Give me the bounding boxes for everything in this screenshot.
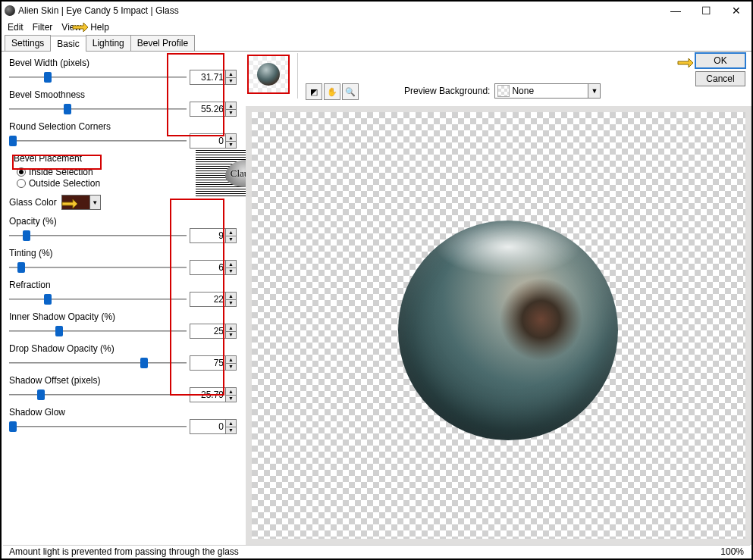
shadow-glow-input[interactable]: [190, 419, 226, 434]
radio-outside-label: Outside Selection: [29, 178, 100, 189]
thumbnail-icon: [257, 63, 280, 86]
minimize-button[interactable]: —: [660, 2, 691, 19]
tinting-input[interactable]: [190, 260, 226, 275]
glass-color-label: Glass Color: [9, 197, 57, 208]
shadow-glow-slider[interactable]: [9, 420, 187, 433]
shadow-glow-label: Shadow Glow: [9, 407, 237, 418]
zoom-level: 100%: [720, 546, 744, 557]
pointer-icon: [71, 18, 89, 33]
opacity-spinner[interactable]: ▲▼: [226, 228, 237, 243]
bevel-smoothness-input[interactable]: [190, 102, 226, 117]
hand-tool-icon[interactable]: ✋: [324, 83, 340, 100]
opacity-input[interactable]: [190, 228, 226, 243]
titlebar: Alien Skin | Eye Candy 5 Impact | Glass …: [2, 2, 751, 20]
window-title: Alien Skin | Eye Candy 5 Impact | Glass: [18, 5, 660, 16]
maximize-button[interactable]: ☐: [691, 2, 721, 19]
shadow-offset-label: Shadow Offset (pixels): [9, 375, 237, 386]
tab-basic[interactable]: Basic: [50, 36, 86, 52]
bevel-smoothness-spinner[interactable]: ▲▼: [226, 102, 237, 117]
refraction-input[interactable]: [190, 292, 226, 307]
marquee-tool-icon[interactable]: ◩: [306, 83, 322, 100]
tab-bevel-profile[interactable]: Bevel Profile: [130, 35, 195, 51]
tab-row: Settings Basic Lighting Bevel Profile: [2, 35, 751, 52]
refraction-label: Refraction: [9, 280, 237, 290]
glass-preview: [398, 221, 618, 440]
preview-canvas: [252, 112, 745, 539]
shadow-glow-spinner[interactable]: ▲▼: [226, 419, 237, 434]
tab-settings[interactable]: Settings: [5, 35, 51, 51]
transparency-icon: [497, 85, 510, 97]
glass-color-picker[interactable]: ▼: [61, 195, 101, 210]
radio-icon: [17, 167, 26, 177]
ok-button[interactable]: OK: [695, 53, 745, 68]
app-icon: [5, 5, 15, 16]
drop-shadow-slider[interactable]: [9, 356, 187, 370]
inner-shadow-label: Inner Shadow Opacity (%): [9, 311, 237, 322]
chevron-down-icon: ▼: [89, 196, 100, 209]
tinting-label: Tinting (%): [9, 248, 237, 258]
menu-edit[interactable]: Edit: [8, 22, 24, 33]
preview-thumbnail[interactable]: [247, 55, 290, 94]
menubar: Edit Filter View Help: [2, 20, 751, 35]
shadow-offset-input[interactable]: [190, 387, 226, 402]
inner-shadow-input[interactable]: [190, 324, 226, 339]
divider: [297, 53, 298, 99]
ok-label: OK: [714, 55, 726, 66]
bevel-smoothness-slider[interactable]: [9, 102, 187, 116]
preview-toolbar: ◩ ✋ 🔍 Preview Background: None ▼ OK: [244, 52, 751, 105]
inner-shadow-spinner[interactable]: ▲▼: [226, 324, 237, 339]
preview-viewport[interactable]: [246, 106, 751, 545]
shadow-offset-spinner[interactable]: ▲▼: [226, 387, 237, 402]
menu-filter[interactable]: Filter: [33, 22, 53, 33]
tab-lighting[interactable]: Lighting: [86, 35, 131, 51]
scrollbar-vertical[interactable]: [745, 112, 751, 539]
shadow-offset-slider[interactable]: [9, 388, 187, 402]
tinting-spinner[interactable]: ▲▼: [226, 260, 237, 275]
drop-shadow-label: Drop Shadow Opacity (%): [9, 343, 237, 354]
status-hint: Amount light is prevented from passing t…: [9, 546, 239, 557]
close-button[interactable]: ✕: [721, 2, 751, 19]
radio-icon: [17, 179, 26, 188]
opacity-slider[interactable]: [9, 229, 187, 242]
bevel-width-input[interactable]: [190, 70, 226, 85]
preview-bg-value: None: [512, 86, 588, 96]
statusbar: Amount light is prevented from passing t…: [3, 545, 750, 557]
drop-shadow-spinner[interactable]: ▲▼: [226, 355, 237, 371]
bevel-smoothness-label: Bevel Smoothness: [9, 89, 237, 100]
chevron-down-icon: ▼: [588, 84, 600, 98]
round-corners-input[interactable]: [190, 133, 226, 149]
refraction-slider[interactable]: [9, 293, 187, 306]
bevel-width-label: Bevel Width (pixels): [9, 58, 237, 68]
preview-bg-select[interactable]: None ▼: [494, 83, 601, 99]
cancel-button[interactable]: Cancel: [695, 71, 745, 86]
preview-bg-label: Preview Background:: [404, 86, 490, 96]
bevel-width-spinner[interactable]: ▲▼: [226, 70, 237, 85]
tinting-slider[interactable]: [9, 261, 187, 274]
opacity-label: Opacity (%): [9, 216, 237, 227]
settings-panel: Bevel Width (pixels) ▲▼ Bevel Smoothness…: [2, 52, 244, 545]
round-corners-slider[interactable]: [9, 134, 187, 148]
zoom-tool-icon[interactable]: 🔍: [342, 83, 359, 100]
preview-panel: ◩ ✋ 🔍 Preview Background: None ▼ OK: [244, 52, 751, 545]
refraction-spinner[interactable]: ▲▼: [226, 292, 237, 307]
round-corners-spinner[interactable]: ▲▼: [226, 133, 237, 149]
menu-help[interactable]: Help: [90, 22, 109, 33]
window-controls: — ☐ ✕: [660, 2, 751, 19]
pointer-icon: [61, 195, 79, 210]
inner-shadow-slider[interactable]: [9, 324, 187, 338]
bevel-width-slider[interactable]: [9, 70, 187, 84]
drop-shadow-input[interactable]: [190, 355, 226, 371]
radio-inside-label: Inside Selection: [29, 167, 93, 177]
round-corners-label: Round Selection Corners: [9, 121, 237, 132]
pointer-icon: [676, 54, 695, 69]
